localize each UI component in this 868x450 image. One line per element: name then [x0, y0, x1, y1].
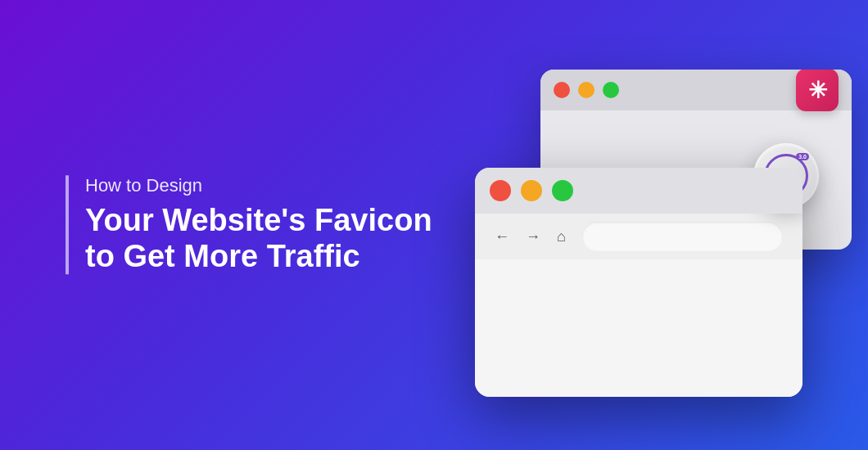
title-line-1: Your Website's Favicon: [85, 203, 432, 237]
browser-content-area: [475, 259, 802, 397]
browsers-container: ✳ D 3.0 ←: [475, 53, 852, 397]
page-title: Your Website's Favicon to Get More Traff…: [85, 203, 432, 274]
favicon-asterisk: ✳: [796, 70, 839, 111]
traffic-light-red-front: [490, 180, 511, 201]
text-panel: How to Design Your Website's Favicon to …: [66, 175, 432, 274]
browser-front-address-bar-area: ← → ⌂: [475, 214, 802, 259]
browser-back-tab-bar: ✳: [540, 70, 852, 110]
home-icon[interactable]: ⌂: [557, 228, 566, 245]
browser-front-tab-bar: [475, 168, 802, 214]
asterisk-icon: ✳: [808, 77, 827, 104]
divi-version-badge: 3.0: [796, 153, 809, 160]
forward-arrow-icon[interactable]: →: [526, 228, 540, 245]
back-arrow-icon[interactable]: ←: [495, 228, 509, 245]
traffic-light-green-front: [552, 180, 573, 201]
traffic-light-red-back: [554, 82, 570, 98]
page-background: How to Design Your Website's Favicon to …: [0, 0, 868, 450]
traffic-light-yellow-back: [578, 82, 594, 98]
browser-window-front: D 3.0 ← → ⌂: [475, 168, 802, 397]
traffic-light-yellow-front: [521, 180, 542, 201]
url-address-bar[interactable]: [582, 222, 783, 251]
title-line-2: to Get More Traffic: [85, 239, 360, 273]
traffic-light-green-back: [603, 82, 619, 98]
subtitle: How to Design: [85, 175, 432, 196]
